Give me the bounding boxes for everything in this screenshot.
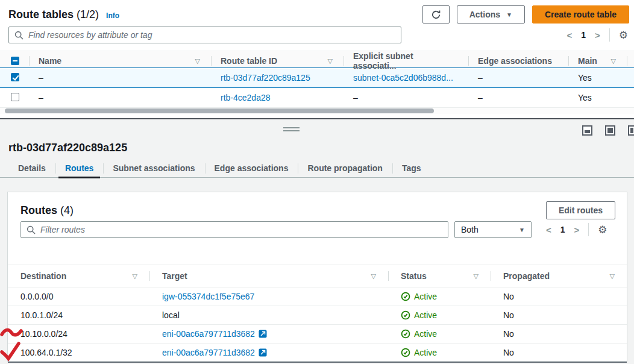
route-tables-toolbar: < 1 > ⚙ xyxy=(8,27,628,43)
sort-icon: ▽ xyxy=(611,57,616,65)
tab-edge-associations[interactable]: Edge associations xyxy=(205,159,298,177)
caret-down-icon: ▼ xyxy=(519,227,525,233)
column-header-main[interactable]: Main ▽ xyxy=(568,51,627,71)
row-checkbox[interactable] xyxy=(11,73,19,81)
scrollbar-thumb[interactable] xyxy=(5,108,434,113)
select-all-checkbox[interactable] xyxy=(11,57,19,65)
cell-destination: 10.0.1.0/24 xyxy=(8,310,149,320)
routes-header-row: Destination ▽ Target ▽ Status ▽ Propagat… xyxy=(8,265,627,287)
cell-propagated: No xyxy=(491,329,627,339)
cell-destination: 0.0.0.0/0 xyxy=(8,292,149,301)
vpc-route-tables-screen: Route tables (1/2) Info Actions ▼ Create… xyxy=(0,0,634,364)
column-header-explicit-subnet[interactable]: Explicit subnet associati... xyxy=(344,51,468,71)
select-all-cell xyxy=(0,51,29,71)
column-header-destination[interactable]: Destination ▽ xyxy=(8,265,149,287)
refresh-icon xyxy=(431,10,441,20)
cell-status: Active xyxy=(388,292,491,301)
routes-pagination: < 1 > ⚙ xyxy=(546,223,607,236)
routes-card: Routes (4) Edit routes Both ▼ xyxy=(7,192,627,362)
routes-filter-input[interactable] xyxy=(40,225,442,234)
status-active-icon xyxy=(401,292,410,301)
route-row: 10.0.1.0/24 local Active No xyxy=(8,306,627,324)
panel-layout-controls xyxy=(582,125,634,136)
external-link-icon[interactable] xyxy=(259,330,267,338)
cell-subnet: – xyxy=(344,93,468,102)
route-tables-header: Route tables (1/2) Info Actions ▼ Create… xyxy=(8,5,629,24)
prev-page-button[interactable]: < xyxy=(567,31,572,40)
route-table-id-link[interactable]: rtb-4ce2da28 xyxy=(221,93,271,102)
cell-name: – xyxy=(29,93,211,102)
detail-panel: rtb-03d77af220c89a125 Details Routes Sub… xyxy=(0,119,634,364)
detail-title: rtb-03d77af220c89a125 xyxy=(8,142,127,154)
caret-down-icon: ▼ xyxy=(506,11,512,18)
tab-routes[interactable]: Routes xyxy=(55,159,103,177)
routes-table: Destination ▽ Target ▽ Status ▽ Propagat… xyxy=(8,265,627,363)
tab-route-propagation[interactable]: Route propagation xyxy=(298,159,392,177)
tab-subnet-associations[interactable]: Subnet associations xyxy=(103,159,204,177)
actions-button[interactable]: Actions ▼ xyxy=(457,5,525,24)
current-page[interactable]: 1 xyxy=(560,225,565,234)
settings-gear-icon[interactable]: ⚙ xyxy=(619,30,628,40)
search-input[interactable] xyxy=(28,30,395,40)
target-link[interactable]: eni-00ac6a797711d3682 xyxy=(162,329,255,339)
table-row[interactable]: – rtb-03d77af220c89a125 subnet-0ca5c2d06… xyxy=(0,67,634,88)
tab-details[interactable]: Details xyxy=(8,159,55,177)
create-route-table-button[interactable]: Create route table xyxy=(532,5,629,24)
route-row: 10.10.0.0/24 eni-00ac6a797711d3682 xyxy=(8,324,627,343)
routes-card-title: Routes (4) xyxy=(20,204,74,217)
panel-resize-handle[interactable] xyxy=(283,127,300,133)
cell-status: Active xyxy=(388,348,491,357)
split-vertical-layout-icon[interactable] xyxy=(628,125,634,136)
route-tables-table: Name ▽ Route table ID ▽ Explicit subnet … xyxy=(0,51,634,108)
cell-status: Active xyxy=(388,329,491,339)
horizontal-scrollbar xyxy=(0,108,634,114)
column-header-target[interactable]: Target ▽ xyxy=(149,265,388,287)
route-table-id-link[interactable]: rtb-03d77af220c89a125 xyxy=(221,73,310,83)
column-header-edge-associations[interactable]: Edge associations xyxy=(468,51,568,71)
cell-destination: 100.64.0.1/32 xyxy=(8,348,149,357)
info-link[interactable]: Info xyxy=(106,10,119,20)
column-header-route-table-id[interactable]: Route table ID ▽ xyxy=(211,51,344,71)
cell-edge: – xyxy=(468,73,568,83)
routes-filter-box xyxy=(20,221,448,238)
tab-tags[interactable]: Tags xyxy=(392,159,431,177)
column-header-cutoff xyxy=(627,51,634,71)
divider xyxy=(588,223,589,236)
next-page-button[interactable]: > xyxy=(595,31,600,40)
subnet-association-link[interactable]: subnet-0ca5c2d06b988d... xyxy=(353,73,453,83)
cell-name: – xyxy=(29,73,211,83)
column-header-status[interactable]: Status ▽ xyxy=(388,265,491,287)
route-row: 0.0.0.0/0 igw-055374dc1f5e75e67 Active N… xyxy=(8,287,627,306)
split-horizontal-layout-icon[interactable] xyxy=(582,125,592,136)
current-page[interactable]: 1 xyxy=(581,30,586,40)
column-header-name[interactable]: Name ▽ xyxy=(29,51,211,71)
page-title: Route tables (1/2) xyxy=(8,8,99,21)
cell-propagated: No xyxy=(491,348,627,357)
edit-routes-button[interactable]: Edit routes xyxy=(546,201,615,219)
next-page-button[interactable]: > xyxy=(574,225,580,234)
sort-icon: ▽ xyxy=(328,57,333,65)
row-checkbox[interactable] xyxy=(11,93,19,101)
external-link-icon[interactable] xyxy=(259,348,267,357)
cell-target: local xyxy=(149,310,388,320)
status-active-icon xyxy=(401,329,410,339)
status-active-icon xyxy=(401,348,410,357)
fullscreen-layout-icon[interactable] xyxy=(605,125,615,136)
sort-icon: ▽ xyxy=(474,272,479,280)
cell-status: Active xyxy=(388,310,491,320)
cell-main: Yes xyxy=(568,93,627,102)
target-link[interactable]: igw-055374dc1f5e75e67 xyxy=(162,292,254,301)
route-row: 100.64.0.1/32 eni-00ac6a797711d3682 xyxy=(8,343,627,362)
prev-page-button[interactable]: < xyxy=(546,225,551,234)
table-row[interactable]: – rtb-4ce2da28 – – Yes xyxy=(0,88,634,108)
refresh-button[interactable] xyxy=(422,5,450,24)
routes-filter-row: Both ▼ < 1 > ⚙ xyxy=(8,221,627,238)
column-header-propagated[interactable]: Propagated ▽ xyxy=(491,265,627,287)
target-link[interactable]: eni-00ac6a797711d3682 xyxy=(162,348,255,357)
detail-tabs: Details Routes Subnet associations Edge … xyxy=(0,159,634,178)
search-icon xyxy=(14,31,24,40)
sort-icon: ▽ xyxy=(195,57,200,65)
settings-gear-icon[interactable]: ⚙ xyxy=(598,225,607,235)
route-type-select[interactable]: Both ▼ xyxy=(454,221,532,238)
cell-propagated: No xyxy=(491,310,627,320)
